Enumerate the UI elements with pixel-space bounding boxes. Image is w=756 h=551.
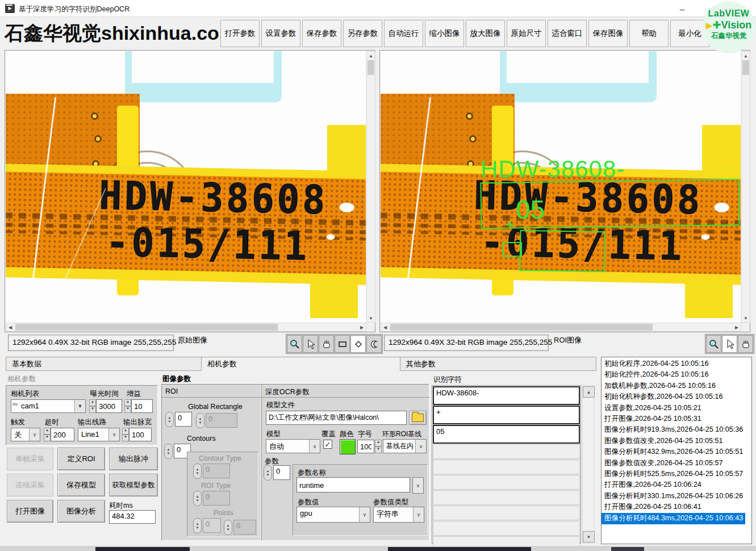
zoom-in-button[interactable]: 放大图像 — [466, 20, 505, 47]
param-index-spinner[interactable]: ▲▼ — [264, 465, 272, 481]
dropdown-arrow-icon[interactable]: ∨ — [359, 507, 370, 522]
roi-index-value[interactable]: 0 — [175, 412, 192, 427]
help-button[interactable]: 帮助 — [629, 20, 669, 47]
font-size-field[interactable] — [357, 440, 374, 453]
baseline-select[interactable]: 基线在内∨ — [383, 439, 427, 453]
dropdown-arrow-icon[interactable]: ∨ — [415, 440, 426, 453]
pulse-spinner[interactable]: ▲▼ — [122, 428, 129, 441]
font-size-spinner[interactable]: ▲▼ — [375, 440, 382, 453]
log-item[interactable]: 初始化控件,2026-04-25 10:05:16 — [602, 369, 751, 380]
dropdown-arrow-icon[interactable]: ∨ — [309, 440, 320, 453]
scroll-thumb[interactable] — [390, 324, 653, 331]
exposure-field[interactable] — [96, 399, 122, 413]
horizontal-scrollbar[interactable]: ◀ ▶ — [381, 323, 741, 332]
contours-index-spinner[interactable]: ▲▼ — [164, 444, 173, 459]
dropdown-arrow-icon[interactable]: ∨ — [29, 428, 40, 441]
timeout-spinner[interactable]: ▲▼ — [44, 428, 51, 441]
scroll-down-icon[interactable]: ▼ — [367, 314, 375, 322]
log-item[interactable]: 初始化程序,2026-04-25 10:05:16 — [602, 358, 751, 369]
overlay-color-swatch[interactable] — [340, 439, 356, 454]
define-roi-button[interactable]: 定义ROI — [57, 448, 105, 470]
log-item[interactable]: 打开图像,2026-04-25 10:06:41 — [602, 502, 751, 512]
param-name-value[interactable]: runtime — [296, 477, 410, 492]
set-params-button[interactable]: 设置参数 — [261, 20, 300, 47]
log-item[interactable]: 图像分析耗时330.1ms,2026-04-25 10:06:26 — [602, 491, 751, 502]
overlay-checkbox[interactable]: ✓ — [323, 440, 332, 449]
get-model-params-button[interactable]: 获取模型参数 — [109, 474, 158, 496]
tab-other-params[interactable]: 其他参数 — [400, 357, 596, 371]
camera-select[interactable]: I/o cam1▼ — [11, 399, 86, 413]
log-item[interactable]: 加载机种参数,2026-04-25 10:05:16 — [602, 381, 751, 391]
save-params-button[interactable]: 保存参数 — [302, 20, 341, 47]
save-image-button[interactable]: 保存图像 — [588, 20, 628, 47]
log-item[interactable]: 图像参数值改变,2026-04-25 10:05:51 — [602, 436, 751, 446]
log-item-selected[interactable]: 图像分析耗时484.3ms,2026-04-25 10:06:43 — [602, 513, 745, 524]
rotated-rect-roi-tool-button[interactable] — [350, 335, 366, 353]
open-params-button[interactable]: 打开参数 — [220, 20, 260, 47]
output-pulse-button[interactable]: 输出脉冲 — [109, 448, 158, 470]
scroll-up-icon[interactable]: ▲ — [742, 52, 750, 60]
minimize-window-button[interactable]: – — [669, 0, 695, 17]
scroll-up-icon[interactable]: ▲ — [367, 52, 375, 60]
dropdown-arrow-icon[interactable]: ▼ — [74, 400, 85, 412]
output-line-select[interactable]: Line1∨ — [78, 428, 120, 441]
roi-image-canvas[interactable]: HDW-38608 -015/111 HDW-38608- 05 + — [381, 51, 741, 323]
scroll-right-icon[interactable]: ▶ — [358, 323, 366, 331]
model-file-field[interactable] — [266, 411, 407, 425]
tab-basic-data[interactable]: 基本数据 — [6, 357, 202, 371]
log-item[interactable]: 打开图像,2026-04-25 10:05:31 — [602, 414, 751, 424]
scroll-up-icon[interactable]: ▲ — [583, 386, 595, 398]
param-type-select[interactable]: 字符串∨ — [373, 507, 424, 523]
rect-roi-tool-button[interactable] — [335, 335, 350, 353]
log-item[interactable]: 设置参数,2026-04-25 10:05:21 — [602, 403, 751, 414]
pulse-field[interactable] — [129, 428, 152, 441]
fit-window-button[interactable]: 适合窗口 — [548, 20, 587, 47]
param-value-select[interactable]: gpu∨ — [296, 507, 370, 523]
cursor-tool-button[interactable] — [303, 335, 318, 353]
scroll-down-icon[interactable]: ▼ — [742, 314, 750, 322]
save-model-button[interactable]: 保存模型 — [57, 474, 105, 496]
open-image-button[interactable]: 打开图像 — [7, 500, 53, 523]
param-name-select[interactable]: ∨ — [412, 477, 424, 494]
scroll-thumb[interactable] — [367, 60, 374, 75]
scroll-thumb[interactable] — [15, 324, 278, 331]
annulus-roi-tool-button[interactable] — [366, 335, 382, 353]
cursor-tool-button[interactable] — [722, 335, 737, 353]
scroll-right-icon[interactable]: ▶ — [733, 323, 741, 331]
trigger-select[interactable]: 关∨ — [11, 428, 40, 441]
zoom-tool-button[interactable] — [287, 335, 302, 353]
dropdown-arrow-icon[interactable]: ∨ — [108, 428, 119, 441]
param-index-value[interactable]: 0 — [273, 465, 290, 480]
results-scrollbar[interactable]: ▲ ▼ — [582, 385, 594, 544]
dropdown-arrow-icon[interactable]: ∨ — [413, 478, 423, 493]
exposure-spinner[interactable]: ▲▼ — [89, 399, 96, 413]
log-item[interactable]: 打开图像,2026-04-25 10:06:24 — [602, 479, 751, 490]
tab-camera-params[interactable]: 相机参数 — [201, 357, 400, 371]
log-item[interactable]: 图像分析耗时525.5ms,2026-04-25 10:05:57 — [602, 469, 751, 479]
log-item[interactable]: 初始化机种参数,2026-04-25 10:05:16 — [602, 391, 751, 402]
scroll-left-icon[interactable]: ◀ — [381, 323, 389, 331]
original-image-canvas[interactable]: HDW-38608 -015/111 — [6, 51, 366, 323]
analyze-image-button[interactable]: 图像分析 — [57, 500, 105, 523]
browse-model-button[interactable] — [409, 411, 427, 425]
gain-spinner[interactable]: ▲▼ — [124, 399, 131, 413]
pan-tool-button[interactable] — [319, 335, 334, 353]
pan-tool-button[interactable] — [738, 335, 753, 353]
scroll-down-icon[interactable]: ▼ — [583, 531, 595, 542]
log-item[interactable]: 图像分析耗时432.9ms,2026-04-25 10:05:51 — [602, 446, 751, 457]
model-select[interactable]: 自动∨ — [266, 439, 320, 453]
dropdown-arrow-icon[interactable]: ∨ — [413, 507, 424, 522]
log-item[interactable]: 图像分析耗时919.3ms,2026-04-25 10:05:36 — [602, 424, 751, 435]
scroll-left-icon[interactable]: ◀ — [6, 323, 14, 331]
scroll-thumb[interactable] — [742, 60, 749, 75]
zoom-tool-button[interactable] — [706, 335, 721, 353]
roi-index-spinner[interactable]: ▲▼ — [165, 412, 174, 427]
horizontal-scrollbar[interactable]: ◀ ▶ — [6, 323, 366, 332]
vertical-scrollbar[interactable]: ▲ ▼ — [366, 51, 375, 323]
timeout-field[interactable] — [51, 428, 74, 441]
saveas-params-button[interactable]: 另存参数 — [343, 20, 382, 47]
auto-run-button[interactable]: 自动运行 — [384, 20, 423, 47]
log-item[interactable]: 图像参数值改变,2026-04-25 10:05:57 — [602, 458, 751, 469]
gain-field[interactable] — [131, 399, 153, 413]
zoom-out-button[interactable]: 缩小图像 — [425, 20, 464, 47]
